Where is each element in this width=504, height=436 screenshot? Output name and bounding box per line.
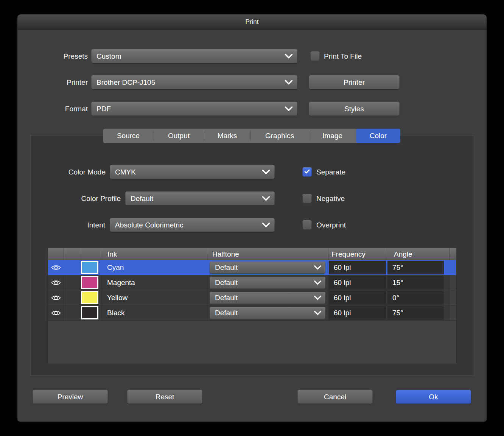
- column-header-ink: Ink: [107, 248, 117, 260]
- row-end-cell: [450, 275, 456, 290]
- frequency-field[interactable]: 60 lpi: [329, 261, 386, 274]
- presets-label: Presets: [25, 49, 88, 63]
- color-mode-dropdown[interactable]: CMYK: [110, 165, 275, 179]
- chevron-down-icon: [314, 265, 322, 270]
- print-to-file-checkbox[interactable]: [310, 51, 320, 61]
- table-header: Ink Halftone Frequency Angle: [48, 248, 456, 260]
- table-row-black[interactable]: Black Default 60 lpi 75°: [48, 305, 456, 321]
- ink-name: Yellow: [107, 290, 128, 305]
- format-dropdown[interactable]: PDF: [91, 102, 297, 116]
- tab-image[interactable]: Image: [309, 129, 356, 143]
- eye-icon[interactable]: [51, 264, 61, 271]
- halftone-dropdown[interactable]: Default: [210, 262, 325, 274]
- tab-bar: Source Output Marks Graphics Image Color: [103, 129, 400, 143]
- angle-field[interactable]: 15°: [387, 276, 444, 290]
- color-mode-value: CMYK: [115, 168, 136, 176]
- table-row-cyan[interactable]: Cyan Default 60 lpi 75°: [48, 260, 456, 275]
- ok-button[interactable]: Ok: [396, 390, 471, 404]
- presets-dropdown[interactable]: Custom: [91, 49, 297, 63]
- chevron-down-icon: [285, 80, 293, 85]
- halftone-value: Default: [215, 263, 238, 272]
- cancel-button[interactable]: Cancel: [297, 390, 373, 404]
- frequency-field[interactable]: 60 lpi: [329, 291, 386, 305]
- reset-button[interactable]: Reset: [127, 390, 202, 404]
- chevron-down-icon: [285, 54, 293, 59]
- halftone-dropdown[interactable]: Default: [210, 307, 325, 319]
- chevron-down-icon: [262, 170, 270, 174]
- print-to-file-label: Print To File: [324, 49, 407, 63]
- separate-checkbox[interactable]: [302, 167, 312, 177]
- table-row-magenta[interactable]: Magenta Default 60 lpi 15°: [48, 275, 456, 290]
- format-label: Format: [25, 102, 88, 116]
- frequency-field[interactable]: 60 lpi: [329, 276, 386, 290]
- chevron-down-icon: [314, 311, 322, 315]
- title-bar: Print: [17, 14, 487, 30]
- separate-label: Separate: [316, 165, 400, 179]
- ink-name: Magenta: [107, 275, 135, 290]
- printer-value: Brother DCP-J105: [96, 78, 155, 87]
- eye-icon[interactable]: [51, 279, 61, 286]
- row-end-cell: [450, 290, 456, 305]
- column-header-frequency: Frequency: [331, 248, 366, 260]
- negative-checkbox[interactable]: [302, 194, 312, 203]
- printer-button[interactable]: Printer: [309, 75, 400, 89]
- styles-button[interactable]: Styles: [309, 102, 400, 116]
- ink-name: Cyan: [107, 260, 124, 275]
- overprint-label: Overprint: [316, 218, 400, 232]
- tab-graphics[interactable]: Graphics: [250, 129, 309, 143]
- column-header-halftone: Halftone: [212, 248, 239, 260]
- chevron-down-icon: [314, 280, 322, 285]
- ink-color-swatch[interactable]: [81, 276, 98, 289]
- chevron-down-icon: [314, 296, 322, 300]
- printer-label: Printer: [25, 75, 88, 89]
- color-profile-label: Color Profile: [40, 192, 121, 206]
- column-header-angle: Angle: [394, 248, 412, 260]
- overprint-checkbox[interactable]: [302, 220, 312, 230]
- print-dialog: Print Presets Custom Print To File Print…: [17, 14, 487, 422]
- chevron-down-icon: [262, 196, 270, 201]
- ink-color-swatch[interactable]: [81, 291, 98, 304]
- ink-separation-table: Ink Halftone Frequency Angle Cyan Defaul…: [48, 248, 456, 364]
- halftone-value: Default: [215, 279, 238, 287]
- halftone-dropdown[interactable]: Default: [210, 277, 325, 289]
- ink-color-swatch[interactable]: [81, 261, 98, 274]
- frequency-field[interactable]: 60 lpi: [329, 306, 386, 320]
- chevron-down-icon: [285, 106, 293, 111]
- angle-field[interactable]: 75°: [387, 261, 444, 274]
- tab-output[interactable]: Output: [154, 129, 204, 143]
- preview-button[interactable]: Preview: [33, 390, 108, 404]
- negative-label: Negative: [316, 192, 400, 206]
- halftone-dropdown[interactable]: Default: [210, 292, 325, 304]
- ink-color-swatch[interactable]: [81, 306, 98, 319]
- table-row-yellow[interactable]: Yellow Default 60 lpi 0°: [48, 290, 456, 305]
- tab-color[interactable]: Color: [356, 129, 400, 143]
- format-value: PDF: [96, 105, 111, 113]
- angle-field[interactable]: 75°: [387, 306, 444, 320]
- presets-value: Custom: [96, 52, 121, 61]
- chevron-down-icon: [262, 223, 270, 227]
- ink-name: Black: [107, 305, 124, 321]
- intent-value: Absolute Colorimetric: [115, 221, 184, 229]
- angle-field[interactable]: 0°: [387, 291, 444, 305]
- row-end-cell: [450, 305, 456, 320]
- halftone-value: Default: [215, 294, 238, 302]
- eye-icon[interactable]: [51, 310, 61, 316]
- color-mode-label: Color Mode: [40, 165, 106, 179]
- halftone-value: Default: [215, 309, 238, 317]
- window-title: Print: [246, 18, 259, 26]
- printer-dropdown[interactable]: Brother DCP-J105: [91, 75, 297, 89]
- color-profile-value: Default: [131, 195, 153, 203]
- tab-marks[interactable]: Marks: [204, 129, 250, 143]
- intent-label: Intent: [40, 218, 105, 232]
- eye-icon[interactable]: [51, 294, 61, 301]
- intent-dropdown[interactable]: Absolute Colorimetric: [110, 218, 275, 232]
- check-icon: [304, 169, 310, 174]
- color-profile-dropdown[interactable]: Default: [125, 192, 275, 206]
- tab-source[interactable]: Source: [103, 129, 154, 143]
